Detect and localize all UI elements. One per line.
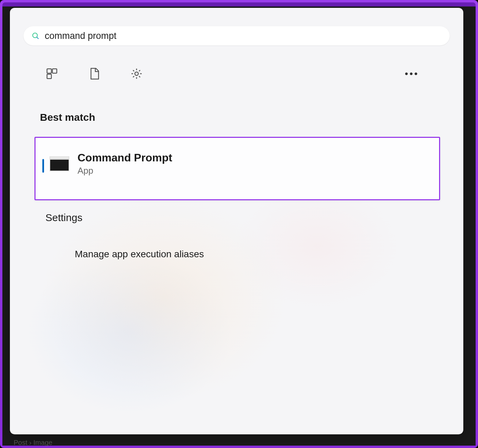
svg-line-1 <box>37 37 38 39</box>
settings-result-item[interactable]: Manage app execution aliases <box>75 249 204 260</box>
best-match-heading: Best match <box>40 112 95 123</box>
result-subtitle: App <box>78 165 172 176</box>
search-bar[interactable] <box>24 26 450 45</box>
search-icon <box>32 32 39 40</box>
result-title: Command Prompt <box>78 151 172 164</box>
search-input[interactable] <box>45 31 441 41</box>
settings-filter-icon[interactable] <box>129 67 144 81</box>
settings-heading: Settings <box>45 212 82 223</box>
svg-rect-4 <box>47 74 52 79</box>
svg-rect-3 <box>53 69 57 73</box>
svg-rect-2 <box>47 69 52 73</box>
apps-filter-icon[interactable] <box>45 67 59 81</box>
svg-point-5 <box>135 72 138 75</box>
filter-row: ••• <box>45 65 443 82</box>
windows-search-panel: ••• Best match Command Prompt App Settin… <box>10 8 463 434</box>
browser-tab-strip <box>2 2 476 6</box>
selection-accent-bar <box>42 159 44 173</box>
documents-filter-icon[interactable] <box>87 67 101 81</box>
annotation-frame: ••• Best match Command Prompt App Settin… <box>0 0 478 448</box>
background-breadcrumb: Post › Image <box>14 439 52 447</box>
command-prompt-icon <box>50 156 69 171</box>
best-match-result[interactable]: Command Prompt App <box>34 137 440 200</box>
more-options-icon[interactable]: ••• <box>405 68 419 79</box>
result-text-block: Command Prompt App <box>78 151 172 176</box>
